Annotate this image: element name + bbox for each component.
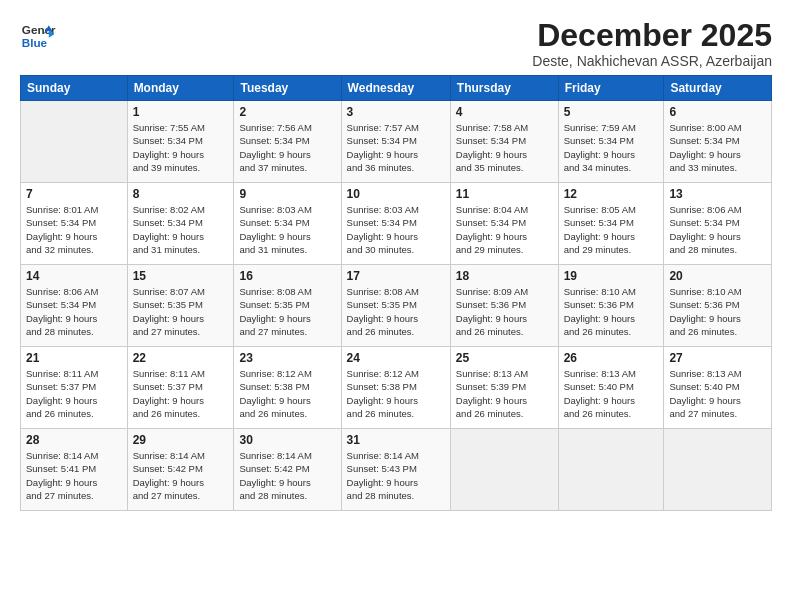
table-cell: 1Sunrise: 7:55 AM Sunset: 5:34 PM Daylig…	[127, 101, 234, 183]
day-info: Sunrise: 8:13 AM Sunset: 5:40 PM Dayligh…	[564, 367, 659, 420]
table-row: 14Sunrise: 8:06 AM Sunset: 5:34 PM Dayli…	[21, 265, 772, 347]
day-number: 9	[239, 187, 335, 201]
day-info: Sunrise: 7:58 AM Sunset: 5:34 PM Dayligh…	[456, 121, 553, 174]
table-cell: 15Sunrise: 8:07 AM Sunset: 5:35 PM Dayli…	[127, 265, 234, 347]
table-cell: 16Sunrise: 8:08 AM Sunset: 5:35 PM Dayli…	[234, 265, 341, 347]
day-number: 20	[669, 269, 766, 283]
logo-icon: General Blue	[20, 18, 56, 54]
table-cell	[21, 101, 128, 183]
table-cell: 3Sunrise: 7:57 AM Sunset: 5:34 PM Daylig…	[341, 101, 450, 183]
day-number: 11	[456, 187, 553, 201]
table-cell: 17Sunrise: 8:08 AM Sunset: 5:35 PM Dayli…	[341, 265, 450, 347]
day-info: Sunrise: 8:01 AM Sunset: 5:34 PM Dayligh…	[26, 203, 122, 256]
day-number: 14	[26, 269, 122, 283]
calendar-table: Sunday Monday Tuesday Wednesday Thursday…	[20, 75, 772, 511]
day-number: 1	[133, 105, 229, 119]
table-cell: 7Sunrise: 8:01 AM Sunset: 5:34 PM Daylig…	[21, 183, 128, 265]
day-number: 2	[239, 105, 335, 119]
day-info: Sunrise: 8:02 AM Sunset: 5:34 PM Dayligh…	[133, 203, 229, 256]
day-number: 4	[456, 105, 553, 119]
table-cell: 14Sunrise: 8:06 AM Sunset: 5:34 PM Dayli…	[21, 265, 128, 347]
day-number: 30	[239, 433, 335, 447]
day-number: 22	[133, 351, 229, 365]
day-info: Sunrise: 8:13 AM Sunset: 5:40 PM Dayligh…	[669, 367, 766, 420]
day-info: Sunrise: 8:11 AM Sunset: 5:37 PM Dayligh…	[133, 367, 229, 420]
title-block: December 2025 Deste, Nakhichevan ASSR, A…	[532, 18, 772, 69]
day-number: 15	[133, 269, 229, 283]
table-cell: 9Sunrise: 8:03 AM Sunset: 5:34 PM Daylig…	[234, 183, 341, 265]
day-number: 25	[456, 351, 553, 365]
table-cell: 6Sunrise: 8:00 AM Sunset: 5:34 PM Daylig…	[664, 101, 772, 183]
table-cell: 2Sunrise: 7:56 AM Sunset: 5:34 PM Daylig…	[234, 101, 341, 183]
day-number: 3	[347, 105, 445, 119]
day-number: 16	[239, 269, 335, 283]
day-info: Sunrise: 8:10 AM Sunset: 5:36 PM Dayligh…	[669, 285, 766, 338]
logo: General Blue	[20, 18, 56, 54]
day-number: 18	[456, 269, 553, 283]
table-cell: 22Sunrise: 8:11 AM Sunset: 5:37 PM Dayli…	[127, 347, 234, 429]
location: Deste, Nakhichevan ASSR, Azerbaijan	[532, 53, 772, 69]
day-info: Sunrise: 7:57 AM Sunset: 5:34 PM Dayligh…	[347, 121, 445, 174]
table-cell: 21Sunrise: 8:11 AM Sunset: 5:37 PM Dayli…	[21, 347, 128, 429]
day-number: 12	[564, 187, 659, 201]
header-row: Sunday Monday Tuesday Wednesday Thursday…	[21, 76, 772, 101]
table-cell: 24Sunrise: 8:12 AM Sunset: 5:38 PM Dayli…	[341, 347, 450, 429]
day-info: Sunrise: 8:09 AM Sunset: 5:36 PM Dayligh…	[456, 285, 553, 338]
col-monday: Monday	[127, 76, 234, 101]
day-info: Sunrise: 7:55 AM Sunset: 5:34 PM Dayligh…	[133, 121, 229, 174]
table-cell: 10Sunrise: 8:03 AM Sunset: 5:34 PM Dayli…	[341, 183, 450, 265]
table-cell: 12Sunrise: 8:05 AM Sunset: 5:34 PM Dayli…	[558, 183, 664, 265]
day-info: Sunrise: 8:14 AM Sunset: 5:42 PM Dayligh…	[239, 449, 335, 502]
header: General Blue December 2025 Deste, Nakhic…	[20, 18, 772, 69]
table-row: 21Sunrise: 8:11 AM Sunset: 5:37 PM Dayli…	[21, 347, 772, 429]
table-cell: 30Sunrise: 8:14 AM Sunset: 5:42 PM Dayli…	[234, 429, 341, 511]
table-cell: 11Sunrise: 8:04 AM Sunset: 5:34 PM Dayli…	[450, 183, 558, 265]
table-cell: 13Sunrise: 8:06 AM Sunset: 5:34 PM Dayli…	[664, 183, 772, 265]
day-number: 27	[669, 351, 766, 365]
day-info: Sunrise: 8:08 AM Sunset: 5:35 PM Dayligh…	[239, 285, 335, 338]
svg-text:Blue: Blue	[22, 36, 48, 49]
day-info: Sunrise: 8:08 AM Sunset: 5:35 PM Dayligh…	[347, 285, 445, 338]
table-cell: 27Sunrise: 8:13 AM Sunset: 5:40 PM Dayli…	[664, 347, 772, 429]
table-cell: 8Sunrise: 8:02 AM Sunset: 5:34 PM Daylig…	[127, 183, 234, 265]
day-info: Sunrise: 8:12 AM Sunset: 5:38 PM Dayligh…	[239, 367, 335, 420]
day-number: 29	[133, 433, 229, 447]
day-number: 21	[26, 351, 122, 365]
day-info: Sunrise: 8:03 AM Sunset: 5:34 PM Dayligh…	[239, 203, 335, 256]
day-info: Sunrise: 8:10 AM Sunset: 5:36 PM Dayligh…	[564, 285, 659, 338]
day-number: 13	[669, 187, 766, 201]
day-info: Sunrise: 8:05 AM Sunset: 5:34 PM Dayligh…	[564, 203, 659, 256]
col-sunday: Sunday	[21, 76, 128, 101]
day-info: Sunrise: 8:12 AM Sunset: 5:38 PM Dayligh…	[347, 367, 445, 420]
day-info: Sunrise: 8:03 AM Sunset: 5:34 PM Dayligh…	[347, 203, 445, 256]
table-cell: 29Sunrise: 8:14 AM Sunset: 5:42 PM Dayli…	[127, 429, 234, 511]
table-cell: 26Sunrise: 8:13 AM Sunset: 5:40 PM Dayli…	[558, 347, 664, 429]
table-cell	[664, 429, 772, 511]
col-thursday: Thursday	[450, 76, 558, 101]
table-cell: 18Sunrise: 8:09 AM Sunset: 5:36 PM Dayli…	[450, 265, 558, 347]
day-info: Sunrise: 8:07 AM Sunset: 5:35 PM Dayligh…	[133, 285, 229, 338]
table-cell: 23Sunrise: 8:12 AM Sunset: 5:38 PM Dayli…	[234, 347, 341, 429]
col-tuesday: Tuesday	[234, 76, 341, 101]
month-title: December 2025	[532, 18, 772, 53]
day-number: 24	[347, 351, 445, 365]
day-info: Sunrise: 8:13 AM Sunset: 5:39 PM Dayligh…	[456, 367, 553, 420]
day-info: Sunrise: 8:06 AM Sunset: 5:34 PM Dayligh…	[26, 285, 122, 338]
day-info: Sunrise: 8:00 AM Sunset: 5:34 PM Dayligh…	[669, 121, 766, 174]
col-wednesday: Wednesday	[341, 76, 450, 101]
col-saturday: Saturday	[664, 76, 772, 101]
day-number: 26	[564, 351, 659, 365]
table-cell	[558, 429, 664, 511]
table-cell: 25Sunrise: 8:13 AM Sunset: 5:39 PM Dayli…	[450, 347, 558, 429]
table-cell: 4Sunrise: 7:58 AM Sunset: 5:34 PM Daylig…	[450, 101, 558, 183]
day-number: 19	[564, 269, 659, 283]
table-cell	[450, 429, 558, 511]
table-cell: 5Sunrise: 7:59 AM Sunset: 5:34 PM Daylig…	[558, 101, 664, 183]
day-number: 31	[347, 433, 445, 447]
day-number: 28	[26, 433, 122, 447]
day-info: Sunrise: 8:14 AM Sunset: 5:41 PM Dayligh…	[26, 449, 122, 502]
table-cell: 28Sunrise: 8:14 AM Sunset: 5:41 PM Dayli…	[21, 429, 128, 511]
day-info: Sunrise: 8:14 AM Sunset: 5:42 PM Dayligh…	[133, 449, 229, 502]
table-cell: 31Sunrise: 8:14 AM Sunset: 5:43 PM Dayli…	[341, 429, 450, 511]
day-info: Sunrise: 8:11 AM Sunset: 5:37 PM Dayligh…	[26, 367, 122, 420]
